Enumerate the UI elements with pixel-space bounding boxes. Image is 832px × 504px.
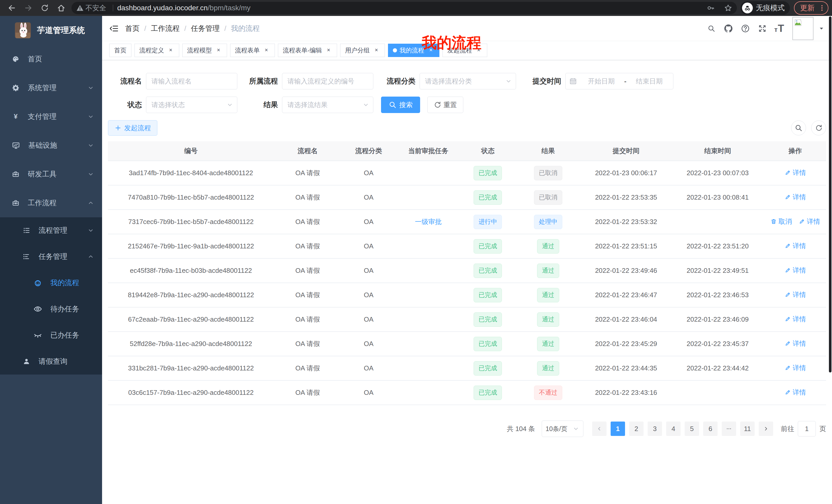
detail-action-link[interactable]: 详情 <box>784 266 806 275</box>
sidebar-item-工作流程[interactable]: 工作流程 <box>0 189 102 217</box>
tab-close-icon[interactable]: × <box>167 47 174 54</box>
sidebar-item-首页[interactable]: 首页 <box>0 45 102 74</box>
page-size-select[interactable] <box>542 421 583 437</box>
user-menu-caret-icon[interactable] <box>818 25 825 32</box>
sidebar-item-任务管理[interactable]: 任务管理 <box>0 244 102 270</box>
browser-scrollbar-thumb[interactable] <box>829 17 831 372</box>
sidebar-item-流程管理[interactable]: 流程管理 <box>0 217 102 244</box>
prev-page-button[interactable] <box>592 422 606 436</box>
date-range-picker[interactable]: 开始日期 - 结束日期 <box>565 73 673 89</box>
more-pages-icon[interactable] <box>722 422 736 436</box>
browser-update-button[interactable]: 更新 <box>794 1 828 15</box>
pen-icon <box>784 291 791 298</box>
table-row[interactable]: 7317cec6-7b9b-11ec-b5b7-acde48001122OA 请… <box>108 209 826 234</box>
table-row[interactable]: 2152467e-7b9b-11ec-9a1b-acde48001122OA 请… <box>108 234 826 258</box>
detail-action-link[interactable]: 详情 <box>784 388 806 397</box>
toggle-search-button[interactable] <box>791 120 806 135</box>
next-page-button[interactable] <box>759 422 773 436</box>
detail-action-link[interactable]: 详情 <box>784 315 806 324</box>
page-button-11[interactable]: 11 <box>740 422 755 436</box>
reset-button[interactable]: 重置 <box>427 96 463 113</box>
page-button-2[interactable]: 2 <box>629 422 644 436</box>
sidebar-item-基础设施[interactable]: 基础设施 <box>0 131 102 160</box>
sidebar-item-支付管理[interactable]: ¥支付管理 <box>0 102 102 131</box>
table-row[interactable]: 7470a810-7b9b-11ec-b5b7-acde48001122OA 请… <box>108 185 826 209</box>
detail-action-link[interactable]: 详情 <box>784 193 806 202</box>
bookmark-star-icon[interactable] <box>724 4 732 12</box>
start-process-button[interactable]: 发起流程 <box>108 120 157 136</box>
app-logo-row[interactable]: 芋道管理系统 <box>0 16 102 45</box>
browser-home-button[interactable] <box>53 2 70 14</box>
table-row[interactable]: 52ffd28e-7b9a-11ec-a290-acde48001122OA 请… <box>108 332 826 356</box>
page-button-6[interactable]: 6 <box>703 422 718 436</box>
font-size-button[interactable]: тT <box>771 20 788 37</box>
tab-首页[interactable]: 首页 <box>109 44 131 57</box>
tab-close-icon[interactable]: × <box>263 47 270 54</box>
search-icon <box>389 101 397 109</box>
detail-action-link[interactable]: 详情 <box>784 363 806 372</box>
refresh-table-button[interactable] <box>811 120 826 135</box>
search-button[interactable]: 搜索 <box>381 96 420 113</box>
sidebar-item-系统管理[interactable]: 系统管理 <box>0 74 102 102</box>
table-row[interactable]: 67c2eaab-7b9a-11ec-a290-acde48001122OA 请… <box>108 307 826 332</box>
submit-time: 2022-01-22 23:51:15 <box>581 234 671 258</box>
table-row[interactable]: 331bc281-7b9a-11ec-a290-acde48001122OA 请… <box>108 356 826 381</box>
cancel-action-link[interactable]: 取消 <box>770 217 792 226</box>
tab-用户分组[interactable]: 用户分组× <box>340 44 385 57</box>
tab-流程表单[interactable]: 流程表单× <box>230 44 275 57</box>
tab-close-icon[interactable]: × <box>373 47 380 54</box>
start-date-placeholder[interactable]: 开始日期 <box>581 77 622 86</box>
browser-back-button[interactable] <box>4 2 20 14</box>
page-button-4[interactable]: 4 <box>666 422 681 436</box>
current-task-link[interactable]: 一级审批 <box>415 217 442 226</box>
trash-icon <box>770 218 777 225</box>
category-select[interactable] <box>420 77 516 85</box>
tab-流程定义[interactable]: 流程定义× <box>134 44 179 57</box>
end-date-placeholder[interactable]: 结束日期 <box>629 77 670 86</box>
process-def-input[interactable] <box>282 77 373 85</box>
avatar[interactable] <box>792 17 813 40</box>
detail-action-link[interactable]: 详情 <box>784 168 806 177</box>
goto-page-input[interactable] <box>798 421 816 437</box>
result-cell: 处理中 <box>515 209 581 234</box>
breadcrumb-item-首页[interactable]: 首页 <box>125 24 139 33</box>
process-name-input[interactable] <box>146 77 237 85</box>
sidebar-item-请假查询[interactable]: 请假查询 <box>0 348 102 374</box>
page-button-1[interactable]: 1 <box>610 422 625 436</box>
detail-action-link[interactable]: 详情 <box>799 217 820 226</box>
page-button-5[interactable]: 5 <box>685 422 699 436</box>
address-bar[interactable]: 不安全 dashboard.yudao.iocoder.cn/bpm/task/… <box>72 2 737 14</box>
search-icon <box>795 124 803 132</box>
breadcrumb-item-任务管理[interactable]: 任务管理 <box>191 24 220 33</box>
table-row[interactable]: 819442e8-7b9a-11ec-a290-acde48001122OA 请… <box>108 283 826 307</box>
sidebar-item-已办任务[interactable]: 已办任务 <box>0 322 102 348</box>
browser-reload-button[interactable] <box>36 2 53 14</box>
tab-close-icon[interactable]: × <box>215 47 222 54</box>
help-button[interactable] <box>737 20 754 37</box>
tab-close-icon[interactable]: × <box>325 47 332 54</box>
tab-流程表单-编辑[interactable]: 流程表单-编辑× <box>278 44 337 57</box>
sidebar-item-待办任务[interactable]: 待办任务 <box>0 296 102 322</box>
password-key-icon[interactable] <box>706 4 715 12</box>
detail-action-link[interactable]: 详情 <box>784 242 806 250</box>
result-select[interactable] <box>282 101 373 109</box>
sidebar-item-研发工具[interactable]: 研发工具 <box>0 160 102 189</box>
sidebar-item-我的流程[interactable]: 我的流程 <box>0 270 102 296</box>
browser-menu-dots-icon[interactable] <box>818 4 826 12</box>
fullscreen-button[interactable] <box>754 20 771 37</box>
tab-流程模型[interactable]: 流程模型× <box>182 44 227 57</box>
pen-icon <box>784 243 791 249</box>
detail-action-link[interactable]: 详情 <box>784 339 806 348</box>
status-select[interactable] <box>146 101 237 109</box>
page-button-3[interactable]: 3 <box>648 422 662 436</box>
detail-action-link[interactable]: 详情 <box>784 290 806 299</box>
table-row[interactable]: 03c6c157-7b9a-11ec-a290-acde48001122OA 请… <box>108 381 826 405</box>
breadcrumb-item-工作流程[interactable]: 工作流程 <box>151 24 180 33</box>
table-row[interactable]: ec45f38f-7b9a-11ec-b03b-acde48001122OA 请… <box>108 258 826 283</box>
table-row[interactable]: 3ad174fb-7b9d-11ec-8404-acde48001122OA 请… <box>108 161 826 185</box>
sidebar-collapse-button[interactable] <box>109 24 119 33</box>
github-link[interactable] <box>720 20 737 37</box>
browser-forward-button[interactable] <box>20 2 36 14</box>
page-size-value[interactable] <box>542 425 583 432</box>
header-search-button[interactable] <box>703 20 720 37</box>
